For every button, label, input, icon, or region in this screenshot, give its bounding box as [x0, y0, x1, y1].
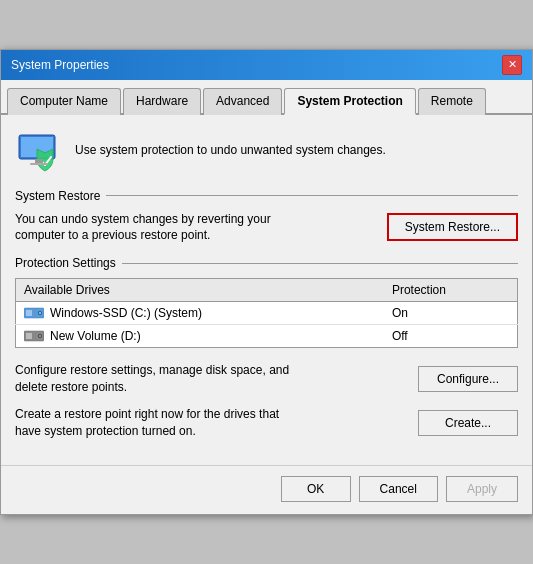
- cancel-button[interactable]: Cancel: [359, 476, 438, 502]
- system-restore-section-title: System Restore: [15, 189, 518, 203]
- system-restore-description: You can undo system changes by reverting…: [15, 211, 295, 245]
- svg-point-11: [39, 335, 41, 337]
- create-description: Create a restore point right now for the…: [15, 406, 295, 440]
- create-button[interactable]: Create...: [418, 410, 518, 436]
- tab-system-protection[interactable]: System Protection: [284, 88, 415, 115]
- content-area: Use system protection to undo unwanted s…: [1, 115, 532, 462]
- tab-hardware[interactable]: Hardware: [123, 88, 201, 115]
- configure-description: Configure restore settings, manage disk …: [15, 362, 295, 396]
- drive-cell-2: New Volume (D:): [16, 325, 384, 348]
- create-row: Create a restore point right now for the…: [15, 406, 518, 440]
- protection-settings-section: Protection Settings Available Drives Pro…: [15, 256, 518, 348]
- tab-computer-name[interactable]: Computer Name: [7, 88, 121, 115]
- drive-name-d: New Volume (D:): [50, 329, 141, 343]
- drive-icon-d: [24, 329, 44, 343]
- svg-point-7: [39, 312, 41, 314]
- protection-settings-section-title: Protection Settings: [15, 256, 518, 270]
- system-restore-button[interactable]: System Restore...: [387, 213, 518, 241]
- footer: OK Cancel Apply: [1, 465, 532, 514]
- header-description: Use system protection to undo unwanted s…: [75, 142, 386, 159]
- header-section: Use system protection to undo unwanted s…: [15, 127, 518, 175]
- svg-rect-2: [35, 159, 43, 163]
- svg-rect-5: [26, 310, 32, 316]
- configure-button[interactable]: Configure...: [418, 366, 518, 392]
- system-properties-dialog: System Properties ✕ Computer Name Hardwa…: [0, 49, 533, 516]
- tab-bar: Computer Name Hardware Advanced System P…: [1, 80, 532, 115]
- close-button[interactable]: ✕: [502, 55, 522, 75]
- dialog-title: System Properties: [11, 58, 109, 72]
- table-row: Windows-SSD (C:) (System) On: [16, 302, 518, 325]
- drive-icon-c: [24, 306, 44, 320]
- drive-cell-1: Windows-SSD (C:) (System): [16, 302, 384, 325]
- svg-rect-9: [26, 333, 32, 339]
- system-protection-icon: [15, 127, 63, 175]
- system-restore-section: System Restore You can undo system chang…: [15, 189, 518, 245]
- protection-table: Available Drives Protection: [15, 278, 518, 348]
- col-available-drives: Available Drives: [16, 279, 384, 302]
- tab-advanced[interactable]: Advanced: [203, 88, 282, 115]
- configure-row: Configure restore settings, manage disk …: [15, 362, 518, 396]
- protection-status-d: Off: [384, 325, 518, 348]
- tab-remote[interactable]: Remote: [418, 88, 486, 115]
- col-protection: Protection: [384, 279, 518, 302]
- protection-status-c: On: [384, 302, 518, 325]
- table-row: New Volume (D:) Off: [16, 325, 518, 348]
- drive-name-c: Windows-SSD (C:) (System): [50, 306, 202, 320]
- apply-button[interactable]: Apply: [446, 476, 518, 502]
- title-bar: System Properties ✕: [1, 50, 532, 80]
- svg-rect-3: [30, 163, 48, 165]
- ok-button[interactable]: OK: [281, 476, 351, 502]
- system-restore-row: You can undo system changes by reverting…: [15, 211, 518, 245]
